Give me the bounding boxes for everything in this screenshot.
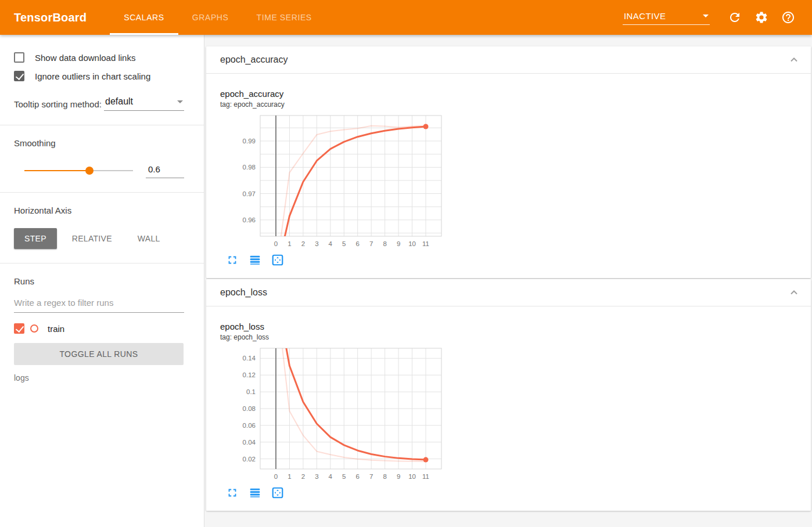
svg-text:0.96: 0.96 (243, 216, 256, 223)
svg-text:0.06: 0.06 (243, 422, 256, 429)
horizontal-axis-label: Horizontal Axis (14, 205, 184, 215)
tab-graphs[interactable]: GRAPHS (178, 0, 243, 35)
tab-scalars[interactable]: SCALARS (110, 0, 178, 35)
svg-text:5: 5 (342, 240, 346, 247)
svg-text:1: 1 (288, 473, 291, 480)
run-color-swatch[interactable] (30, 324, 38, 333)
dashboard-main: epoch_accuracy epoch_accuracy tag: epoch… (204, 35, 812, 527)
svg-text:4: 4 (329, 473, 333, 480)
runs-directory-label: logs (14, 373, 184, 382)
svg-text:8: 8 (383, 473, 386, 480)
chart-tag: tag: epoch_loss (220, 333, 797, 341)
smoothing-slider[interactable] (24, 167, 133, 175)
dropdown-arrow-icon (703, 15, 709, 17)
card-title: epoch_accuracy (220, 55, 288, 65)
ignore-outliers-checkbox-row[interactable]: Ignore outliers in chart scaling (14, 71, 184, 81)
fit-domain-icon[interactable] (271, 254, 284, 266)
svg-text:7: 7 (369, 473, 373, 480)
sidebar-divider (0, 192, 204, 193)
svg-text:0.1: 0.1 (246, 388, 256, 395)
smoothing-label: Smoothing (14, 138, 184, 148)
app-header: TensorBoard SCALARS GRAPHS TIME SERIES I… (0, 0, 812, 35)
svg-text:0.08: 0.08 (243, 405, 256, 412)
expand-chart-icon[interactable] (226, 486, 239, 499)
axis-relative-button[interactable]: RELATIVE (62, 228, 123, 249)
run-train-checkbox[interactable] (14, 323, 24, 334)
card-epoch-loss: epoch_loss epoch_loss tag: epoch_loss 01… (206, 279, 811, 511)
svg-text:8: 8 (383, 240, 386, 247)
svg-text:7: 7 (369, 240, 373, 247)
log-scale-lines-icon[interactable] (249, 254, 261, 266)
svg-text:11: 11 (422, 240, 429, 247)
chart-tag: tag: epoch_accuracy (220, 100, 797, 109)
settings-gear-icon[interactable] (754, 10, 768, 24)
help-icon[interactable] (781, 10, 795, 24)
show-download-links-label: Show data download links (35, 53, 135, 63)
svg-text:10: 10 (408, 240, 416, 247)
ignore-outliers-checkbox[interactable] (14, 71, 24, 81)
svg-text:0.02: 0.02 (243, 456, 256, 463)
run-row-train[interactable]: train (14, 323, 184, 334)
slider-thumb[interactable] (85, 167, 94, 175)
slider-fill (24, 170, 89, 171)
svg-text:0: 0 (274, 240, 278, 247)
show-download-links-checkbox-row[interactable]: Show data download links (14, 52, 184, 63)
tooltip-sorting-row: Tooltip sorting method: default (14, 96, 184, 111)
chart-title: epoch_accuracy (220, 89, 797, 99)
chart-actions (226, 486, 797, 499)
reload-status-dropdown[interactable]: INACTIVE (623, 10, 710, 25)
svg-text:6: 6 (356, 240, 360, 247)
log-scale-lines-icon[interactable] (249, 486, 261, 499)
svg-text:6: 6 (356, 473, 360, 480)
fit-domain-icon[interactable] (271, 486, 284, 499)
svg-text:2: 2 (301, 240, 305, 247)
chevron-up-icon[interactable] (790, 56, 798, 64)
svg-text:1: 1 (288, 240, 291, 247)
svg-text:9: 9 (397, 473, 400, 480)
chevron-up-icon[interactable] (790, 288, 798, 297)
chart-actions (226, 254, 797, 266)
svg-text:10: 10 (408, 473, 416, 480)
smoothing-row: 0.6 (14, 163, 184, 178)
header-right: INACTIVE (623, 0, 812, 35)
toggle-all-runs-button[interactable]: TOGGLE ALL RUNS (14, 343, 184, 365)
card-epoch-accuracy: epoch_accuracy epoch_accuracy tag: epoch… (206, 46, 811, 278)
svg-text:0.97: 0.97 (243, 190, 256, 197)
card-epoch-loss-header[interactable]: epoch_loss (206, 279, 811, 306)
svg-text:0.14: 0.14 (243, 355, 256, 362)
axis-wall-button[interactable]: WALL (127, 228, 171, 249)
tooltip-sorting-select[interactable]: default (104, 96, 184, 111)
tab-time-series[interactable]: TIME SERIES (242, 0, 325, 35)
show-download-links-checkbox[interactable] (14, 52, 24, 63)
runs-filter-input[interactable] (14, 294, 184, 313)
run-train-label: train (48, 324, 64, 334)
svg-text:0.99: 0.99 (243, 138, 256, 145)
svg-text:3: 3 (315, 473, 318, 480)
refresh-icon[interactable] (728, 10, 742, 24)
axis-step-button[interactable]: STEP (14, 228, 57, 249)
svg-text:11: 11 (422, 473, 429, 480)
main-tabs: SCALARS GRAPHS TIME SERIES (110, 0, 326, 35)
app-title: TensorBoard (0, 11, 110, 24)
svg-text:2: 2 (301, 473, 305, 480)
runs-label: Runs (14, 276, 184, 286)
svg-text:0.04: 0.04 (243, 439, 256, 446)
svg-text:5: 5 (342, 473, 346, 480)
settings-sidebar: Show data download links Ignore outliers… (0, 35, 204, 527)
card-epoch-accuracy-body: epoch_accuracy tag: epoch_accuracy 01234… (206, 74, 811, 278)
epoch-accuracy-chart[interactable]: 012345678910110.960.970.980.99 (224, 112, 445, 248)
smoothing-value-field[interactable]: 0.6 (146, 163, 184, 178)
card-epoch-accuracy-header[interactable]: epoch_accuracy (206, 46, 811, 74)
epoch-loss-chart[interactable]: 012345678910110.020.040.060.080.10.120.1… (224, 345, 445, 481)
svg-text:3: 3 (315, 240, 318, 247)
reload-status-value: INACTIVE (624, 11, 666, 21)
horizontal-axis-buttons: STEP RELATIVE WALL (14, 228, 184, 249)
sidebar-divider (0, 263, 204, 264)
dropdown-underline (623, 24, 710, 25)
svg-text:0: 0 (274, 473, 278, 480)
ignore-outliers-label: Ignore outliers in chart scaling (35, 71, 150, 81)
tooltip-sorting-value: default (105, 96, 133, 107)
expand-chart-icon[interactable] (226, 254, 239, 266)
svg-text:0.98: 0.98 (243, 164, 256, 171)
card-title: epoch_loss (220, 287, 267, 298)
